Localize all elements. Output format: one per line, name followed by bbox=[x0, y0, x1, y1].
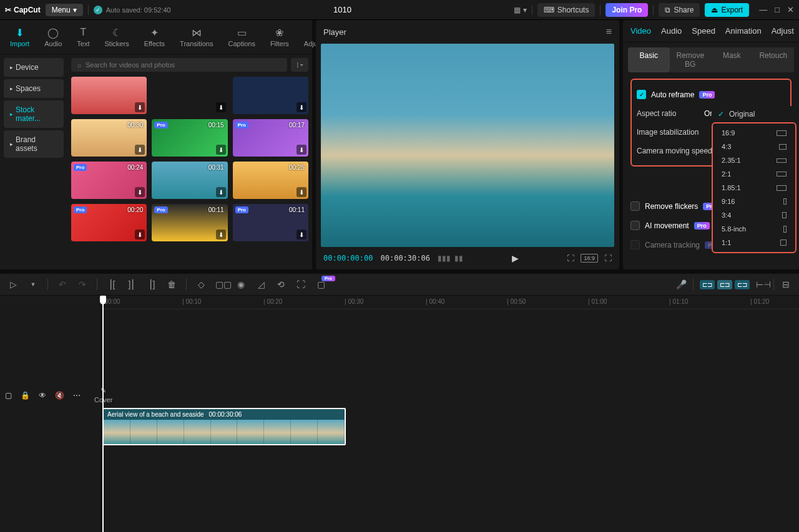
link-tool[interactable]: ⊏⊐ bbox=[717, 280, 732, 289]
subtab-retouch[interactable]: Retouch bbox=[753, 47, 795, 72]
ratio-badge[interactable]: 16:9 bbox=[581, 254, 598, 263]
rotate-tool[interactable]: ⟲ bbox=[275, 279, 287, 289]
player-menu-icon[interactable]: ≡ bbox=[606, 26, 612, 37]
media-tab-import[interactable]: ⬇Import bbox=[5, 24, 34, 50]
inspector-tab-audio[interactable]: Audio bbox=[661, 26, 682, 36]
split-tool[interactable]: ⎮[ bbox=[106, 279, 117, 289]
aspect-option-1-85-1[interactable]: 1.85:1 bbox=[713, 181, 795, 195]
mirror-tool[interactable]: ◿ bbox=[255, 279, 267, 289]
crop-tool[interactable]: ⛶ bbox=[295, 279, 306, 289]
timeline-ruler[interactable]: | 00:00| 00:10| 00:20| 00:30| 00:40| 00:… bbox=[101, 296, 799, 309]
undo-button[interactable]: ↶ bbox=[57, 279, 68, 289]
level-icon[interactable]: ▮▮▮ bbox=[438, 254, 451, 263]
playhead[interactable] bbox=[102, 296, 104, 532]
player-viewport[interactable] bbox=[321, 44, 614, 247]
join-pro-button[interactable]: Join Pro bbox=[605, 3, 648, 17]
media-tab-text[interactable]: TText bbox=[72, 24, 94, 50]
frame-tool[interactable]: ▢▢ bbox=[215, 279, 227, 289]
marker-tool[interactable]: ◇ bbox=[195, 279, 207, 289]
media-thumbnail[interactable]: Pro 00:17 ⬇ bbox=[233, 119, 308, 157]
play-button[interactable]: ▶ bbox=[471, 253, 560, 263]
aspect-option-16-9[interactable]: 16:9 bbox=[713, 126, 795, 140]
fullscreen-icon[interactable]: ⛶ bbox=[604, 254, 612, 263]
download-icon[interactable]: ⬇ bbox=[135, 187, 145, 197]
video-clip[interactable]: Aerial view of a beach and seaside 00:00… bbox=[102, 408, 346, 445]
download-icon[interactable]: ⬇ bbox=[297, 230, 306, 239]
ai-tool[interactable]: ▢Pro bbox=[315, 279, 326, 289]
lock-icon[interactable]: 🔒 bbox=[21, 391, 30, 400]
download-icon[interactable]: ⬇ bbox=[135, 102, 145, 112]
subtab-basic[interactable]: Basic bbox=[628, 47, 670, 72]
playhead-handle[interactable] bbox=[100, 296, 106, 304]
split-left-tool[interactable]: ]⎮ bbox=[126, 279, 137, 289]
sidebar-item-spaces[interactable]: ▸Spaces bbox=[4, 79, 64, 98]
media-tab-stickers[interactable]: ☾Stickers bbox=[100, 24, 134, 50]
download-icon[interactable]: ⬇ bbox=[297, 102, 306, 112]
download-icon[interactable]: ⬇ bbox=[135, 230, 145, 239]
project-title[interactable]: 1010 bbox=[176, 5, 509, 14]
media-thumbnail[interactable]: Pro 00:11 ⬇ bbox=[233, 204, 308, 241]
scan-icon[interactable]: ⛶ bbox=[567, 254, 574, 263]
media-thumbnail[interactable]: Pro 00:24 ⬇ bbox=[71, 162, 147, 199]
download-icon[interactable]: ⬇ bbox=[216, 145, 226, 155]
aspect-selected-option[interactable]: ✓ Original bbox=[712, 106, 797, 122]
media-thumbnail[interactable]: ⬇ bbox=[152, 77, 227, 114]
download-icon[interactable]: ⬇ bbox=[297, 187, 306, 197]
download-icon[interactable]: ⬇ bbox=[135, 145, 145, 155]
aspect-option-1-1[interactable]: 1:1 bbox=[713, 236, 795, 249]
filter-button[interactable]: ⫶▾ bbox=[291, 58, 308, 72]
sidebar-item-device[interactable]: ▸Device bbox=[4, 58, 64, 77]
media-thumbnail[interactable]: 00:31 ⬇ bbox=[152, 162, 227, 199]
timeline-tracks[interactable]: | 00:00| 00:10| 00:20| 00:30| 00:40| 00:… bbox=[101, 296, 799, 532]
split-right-tool[interactable]: ⎮] bbox=[146, 279, 157, 289]
media-tab-filters[interactable]: ❀Filters bbox=[265, 24, 294, 50]
auto-reframe-toggle[interactable]: ✓ Auto reframe Pro bbox=[637, 85, 785, 104]
snap-tool[interactable]: ⊏⊐ bbox=[735, 280, 750, 289]
download-icon[interactable]: ⬇ bbox=[216, 230, 226, 239]
search-input[interactable]: ⌕ Search for videos and photos bbox=[71, 58, 287, 72]
aspect-option-5-8-inch[interactable]: 5.8-inch bbox=[713, 222, 795, 236]
aspect-option-4-3[interactable]: 4:3 bbox=[713, 140, 795, 153]
maximize-button[interactable]: □ bbox=[775, 5, 780, 14]
sidebar-item-stockmater[interactable]: ▸Stock mater... bbox=[4, 100, 64, 128]
aspect-option-2-35-1[interactable]: 2.35:1 bbox=[713, 153, 795, 167]
media-thumbnail[interactable]: Pro 00:11 ⬇ bbox=[152, 204, 227, 241]
shortcuts-button[interactable]: ⌨ Shortcuts bbox=[537, 3, 596, 17]
aspect-option-2-1[interactable]: 2:1 bbox=[713, 167, 795, 181]
media-tab-transitions[interactable]: ⋈Transitions bbox=[175, 24, 218, 50]
media-tab-captions[interactable]: ▭Captions bbox=[223, 24, 260, 50]
sidebar-item-brandassets[interactable]: ▸Brand assets bbox=[4, 130, 64, 158]
close-button[interactable]: ✕ bbox=[787, 5, 794, 14]
media-thumbnail[interactable]: ⬇ bbox=[71, 77, 147, 114]
export-button[interactable]: ⏏ Export bbox=[705, 3, 749, 17]
media-thumbnail[interactable]: Pro 00:20 ⬇ bbox=[71, 204, 147, 241]
reverse-tool[interactable]: ◉ bbox=[235, 279, 247, 289]
layout-icon[interactable]: ▦ ▾ bbox=[514, 6, 526, 14]
minimize-button[interactable]: — bbox=[759, 5, 767, 14]
mute-icon[interactable]: 🔇 bbox=[55, 391, 64, 400]
chevron-down-icon[interactable]: ▼ bbox=[27, 281, 39, 288]
media-thumbnail[interactable]: 00:30 ⬇ bbox=[71, 119, 147, 157]
redo-button[interactable]: ↷ bbox=[77, 279, 88, 289]
compare-icon[interactable]: ▮▮ bbox=[454, 254, 463, 263]
subtab-mask[interactable]: Mask bbox=[711, 47, 753, 72]
zoom-out-icon[interactable]: ⊟ bbox=[780, 279, 792, 289]
aspect-option-3-4[interactable]: 3:4 bbox=[713, 208, 795, 222]
more-icon[interactable]: ⋯ bbox=[73, 391, 81, 400]
inspector-tab-animation[interactable]: Animation bbox=[725, 26, 762, 36]
download-icon[interactable]: ⬇ bbox=[297, 145, 306, 155]
media-tab-audio[interactable]: ◯Audio bbox=[39, 24, 67, 50]
selection-tool[interactable]: ▷ bbox=[7, 279, 19, 289]
inspector-tab-adjust[interactable]: Adjust bbox=[772, 26, 794, 36]
download-icon[interactable]: ⬇ bbox=[216, 187, 226, 197]
media-thumbnail[interactable]: Pro 00:15 ⬇ bbox=[152, 119, 227, 157]
media-thumbnail[interactable]: ⬇ bbox=[233, 77, 308, 114]
aspect-option-9-16[interactable]: 9:16 bbox=[713, 195, 795, 208]
media-tab-effects[interactable]: ✦Effects bbox=[139, 24, 170, 50]
align-tool[interactable]: ⊢⊣ bbox=[756, 279, 767, 289]
eye-icon[interactable]: 👁 bbox=[39, 391, 46, 400]
subtab-remove-bg[interactable]: Remove BG bbox=[670, 47, 712, 72]
inspector-tab-speed[interactable]: Speed bbox=[692, 26, 715, 36]
delete-tool[interactable]: 🗑 bbox=[166, 279, 177, 289]
download-icon[interactable]: ⬇ bbox=[216, 102, 226, 112]
